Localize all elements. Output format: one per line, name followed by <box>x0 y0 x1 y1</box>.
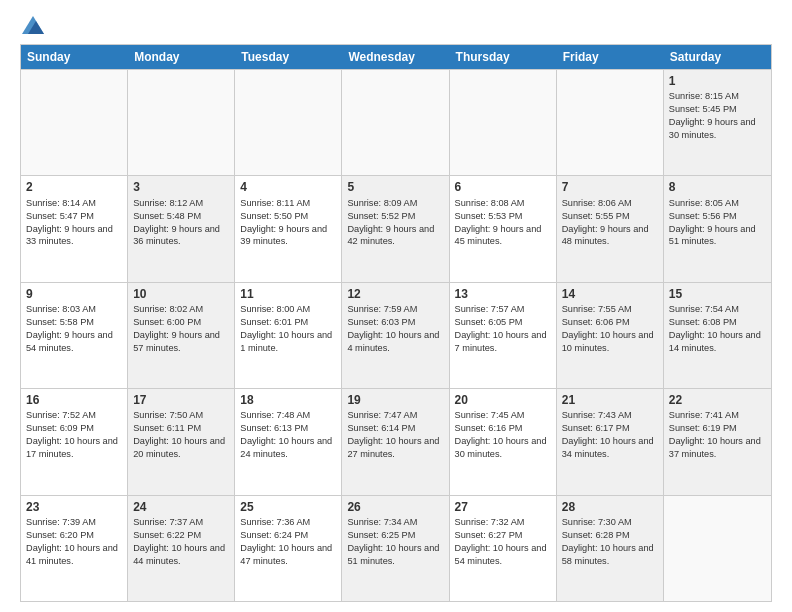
weekday-header-sunday: Sunday <box>21 45 128 69</box>
calendar-cell-0-2 <box>235 70 342 175</box>
day-number: 28 <box>562 499 658 515</box>
calendar-cell-4-0: 23Sunrise: 7:39 AM Sunset: 6:20 PM Dayli… <box>21 496 128 601</box>
page: SundayMondayTuesdayWednesdayThursdayFrid… <box>0 0 792 612</box>
calendar-row-4: 23Sunrise: 7:39 AM Sunset: 6:20 PM Dayli… <box>21 495 771 601</box>
logo-icon <box>22 16 44 34</box>
calendar: SundayMondayTuesdayWednesdayThursdayFrid… <box>20 44 772 602</box>
day-number: 3 <box>133 179 229 195</box>
weekday-header-thursday: Thursday <box>450 45 557 69</box>
cell-details: Sunrise: 7:54 AM Sunset: 6:08 PM Dayligh… <box>669 304 761 353</box>
weekday-header-wednesday: Wednesday <box>342 45 449 69</box>
day-number: 19 <box>347 392 443 408</box>
cell-details: Sunrise: 7:43 AM Sunset: 6:17 PM Dayligh… <box>562 410 654 459</box>
cell-details: Sunrise: 7:34 AM Sunset: 6:25 PM Dayligh… <box>347 517 439 566</box>
day-number: 25 <box>240 499 336 515</box>
day-number: 1 <box>669 73 766 89</box>
calendar-cell-1-0: 2Sunrise: 8:14 AM Sunset: 5:47 PM Daylig… <box>21 176 128 281</box>
calendar-cell-0-4 <box>450 70 557 175</box>
day-number: 17 <box>133 392 229 408</box>
calendar-cell-3-0: 16Sunrise: 7:52 AM Sunset: 6:09 PM Dayli… <box>21 389 128 494</box>
day-number: 14 <box>562 286 658 302</box>
cell-details: Sunrise: 7:55 AM Sunset: 6:06 PM Dayligh… <box>562 304 654 353</box>
day-number: 24 <box>133 499 229 515</box>
cell-details: Sunrise: 7:50 AM Sunset: 6:11 PM Dayligh… <box>133 410 225 459</box>
day-number: 18 <box>240 392 336 408</box>
calendar-cell-1-2: 4Sunrise: 8:11 AM Sunset: 5:50 PM Daylig… <box>235 176 342 281</box>
cell-details: Sunrise: 8:03 AM Sunset: 5:58 PM Dayligh… <box>26 304 113 353</box>
day-number: 27 <box>455 499 551 515</box>
cell-details: Sunrise: 7:39 AM Sunset: 6:20 PM Dayligh… <box>26 517 118 566</box>
calendar-cell-1-1: 3Sunrise: 8:12 AM Sunset: 5:48 PM Daylig… <box>128 176 235 281</box>
calendar-cell-2-3: 12Sunrise: 7:59 AM Sunset: 6:03 PM Dayli… <box>342 283 449 388</box>
cell-details: Sunrise: 8:02 AM Sunset: 6:00 PM Dayligh… <box>133 304 220 353</box>
logo <box>20 16 44 34</box>
day-number: 4 <box>240 179 336 195</box>
cell-details: Sunrise: 8:09 AM Sunset: 5:52 PM Dayligh… <box>347 198 434 247</box>
header <box>20 16 772 34</box>
weekday-header-monday: Monday <box>128 45 235 69</box>
day-number: 6 <box>455 179 551 195</box>
calendar-cell-2-1: 10Sunrise: 8:02 AM Sunset: 6:00 PM Dayli… <box>128 283 235 388</box>
cell-details: Sunrise: 7:36 AM Sunset: 6:24 PM Dayligh… <box>240 517 332 566</box>
cell-details: Sunrise: 7:37 AM Sunset: 6:22 PM Dayligh… <box>133 517 225 566</box>
calendar-cell-4-2: 25Sunrise: 7:36 AM Sunset: 6:24 PM Dayli… <box>235 496 342 601</box>
calendar-cell-0-1 <box>128 70 235 175</box>
day-number: 26 <box>347 499 443 515</box>
cell-details: Sunrise: 7:41 AM Sunset: 6:19 PM Dayligh… <box>669 410 761 459</box>
day-number: 16 <box>26 392 122 408</box>
day-number: 9 <box>26 286 122 302</box>
calendar-cell-4-4: 27Sunrise: 7:32 AM Sunset: 6:27 PM Dayli… <box>450 496 557 601</box>
calendar-cell-0-3 <box>342 70 449 175</box>
cell-details: Sunrise: 8:05 AM Sunset: 5:56 PM Dayligh… <box>669 198 756 247</box>
weekday-header-friday: Friday <box>557 45 664 69</box>
calendar-cell-2-4: 13Sunrise: 7:57 AM Sunset: 6:05 PM Dayli… <box>450 283 557 388</box>
calendar-cell-3-1: 17Sunrise: 7:50 AM Sunset: 6:11 PM Dayli… <box>128 389 235 494</box>
cell-details: Sunrise: 7:59 AM Sunset: 6:03 PM Dayligh… <box>347 304 439 353</box>
calendar-row-1: 2Sunrise: 8:14 AM Sunset: 5:47 PM Daylig… <box>21 175 771 281</box>
calendar-cell-1-6: 8Sunrise: 8:05 AM Sunset: 5:56 PM Daylig… <box>664 176 771 281</box>
calendar-cell-2-5: 14Sunrise: 7:55 AM Sunset: 6:06 PM Dayli… <box>557 283 664 388</box>
calendar-cell-1-3: 5Sunrise: 8:09 AM Sunset: 5:52 PM Daylig… <box>342 176 449 281</box>
weekday-header-tuesday: Tuesday <box>235 45 342 69</box>
calendar-cell-0-6: 1Sunrise: 8:15 AM Sunset: 5:45 PM Daylig… <box>664 70 771 175</box>
calendar-row-0: 1Sunrise: 8:15 AM Sunset: 5:45 PM Daylig… <box>21 69 771 175</box>
calendar-cell-4-5: 28Sunrise: 7:30 AM Sunset: 6:28 PM Dayli… <box>557 496 664 601</box>
cell-details: Sunrise: 8:08 AM Sunset: 5:53 PM Dayligh… <box>455 198 542 247</box>
calendar-cell-4-6 <box>664 496 771 601</box>
day-number: 7 <box>562 179 658 195</box>
day-number: 8 <box>669 179 766 195</box>
calendar-cell-3-6: 22Sunrise: 7:41 AM Sunset: 6:19 PM Dayli… <box>664 389 771 494</box>
cell-details: Sunrise: 7:57 AM Sunset: 6:05 PM Dayligh… <box>455 304 547 353</box>
cell-details: Sunrise: 8:15 AM Sunset: 5:45 PM Dayligh… <box>669 91 756 140</box>
day-number: 2 <box>26 179 122 195</box>
calendar-row-2: 9Sunrise: 8:03 AM Sunset: 5:58 PM Daylig… <box>21 282 771 388</box>
day-number: 13 <box>455 286 551 302</box>
day-number: 22 <box>669 392 766 408</box>
calendar-cell-3-4: 20Sunrise: 7:45 AM Sunset: 6:16 PM Dayli… <box>450 389 557 494</box>
cell-details: Sunrise: 7:48 AM Sunset: 6:13 PM Dayligh… <box>240 410 332 459</box>
calendar-cell-3-5: 21Sunrise: 7:43 AM Sunset: 6:17 PM Dayli… <box>557 389 664 494</box>
calendar-row-3: 16Sunrise: 7:52 AM Sunset: 6:09 PM Dayli… <box>21 388 771 494</box>
calendar-cell-2-6: 15Sunrise: 7:54 AM Sunset: 6:08 PM Dayli… <box>664 283 771 388</box>
day-number: 21 <box>562 392 658 408</box>
cell-details: Sunrise: 8:12 AM Sunset: 5:48 PM Dayligh… <box>133 198 220 247</box>
day-number: 10 <box>133 286 229 302</box>
calendar-cell-2-0: 9Sunrise: 8:03 AM Sunset: 5:58 PM Daylig… <box>21 283 128 388</box>
weekday-header-saturday: Saturday <box>664 45 771 69</box>
calendar-cell-1-4: 6Sunrise: 8:08 AM Sunset: 5:53 PM Daylig… <box>450 176 557 281</box>
cell-details: Sunrise: 7:47 AM Sunset: 6:14 PM Dayligh… <box>347 410 439 459</box>
cell-details: Sunrise: 7:32 AM Sunset: 6:27 PM Dayligh… <box>455 517 547 566</box>
day-number: 12 <box>347 286 443 302</box>
day-number: 23 <box>26 499 122 515</box>
calendar-cell-4-1: 24Sunrise: 7:37 AM Sunset: 6:22 PM Dayli… <box>128 496 235 601</box>
calendar-body: 1Sunrise: 8:15 AM Sunset: 5:45 PM Daylig… <box>21 69 771 601</box>
calendar-cell-1-5: 7Sunrise: 8:06 AM Sunset: 5:55 PM Daylig… <box>557 176 664 281</box>
day-number: 11 <box>240 286 336 302</box>
day-number: 20 <box>455 392 551 408</box>
cell-details: Sunrise: 8:14 AM Sunset: 5:47 PM Dayligh… <box>26 198 113 247</box>
calendar-cell-2-2: 11Sunrise: 8:00 AM Sunset: 6:01 PM Dayli… <box>235 283 342 388</box>
day-number: 5 <box>347 179 443 195</box>
day-number: 15 <box>669 286 766 302</box>
calendar-cell-4-3: 26Sunrise: 7:34 AM Sunset: 6:25 PM Dayli… <box>342 496 449 601</box>
cell-details: Sunrise: 7:45 AM Sunset: 6:16 PM Dayligh… <box>455 410 547 459</box>
